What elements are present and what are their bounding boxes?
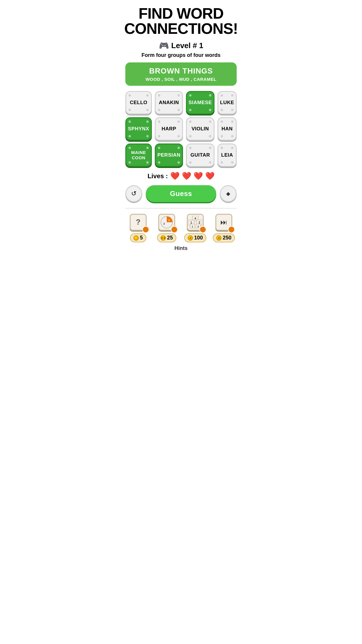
hint-stack-badge	[199, 226, 206, 233]
hint-pie[interactable]: 1 2 ★ 25	[154, 213, 180, 242]
hint-question-icon: ?	[129, 213, 148, 232]
erase-button[interactable]: ◆	[220, 185, 237, 202]
hint-play-icon: ⏭	[215, 213, 233, 232]
heart-1: ❤️	[170, 172, 180, 181]
heart-2: ❤️	[182, 172, 191, 181]
tile-leia[interactable]: LEIA	[217, 144, 237, 167]
coin-icon-4: ★	[216, 235, 222, 241]
main-title: FIND WORD CONNECTIONS!	[124, 6, 238, 36]
pie-svg: 1 2	[160, 216, 173, 229]
tile-maine-coon[interactable]: MAINE COON	[125, 144, 152, 167]
coin-icon-1	[133, 235, 139, 241]
subtitle: Form four groups of four words	[142, 52, 221, 58]
erase-icon: ◆	[226, 190, 230, 197]
svg-text:4: 4	[194, 217, 196, 220]
hint-question[interactable]: ? 5	[125, 213, 151, 242]
hint-1-cost: 5	[130, 233, 146, 242]
tile-cello[interactable]: CELLO	[125, 91, 152, 114]
tile-siamese[interactable]: SIAMESE	[186, 91, 215, 114]
hint-2-cost: ★ 25	[157, 233, 176, 242]
lives-label: Lives :	[147, 172, 168, 180]
hint-stack-icon: 4 1 3 1	[186, 213, 205, 232]
tile-anakin[interactable]: ANAKIN	[155, 91, 183, 114]
question-mark-icon: ?	[136, 218, 140, 227]
hint-2-cost-value: 25	[167, 235, 173, 241]
hint-3-cost-value: 100	[194, 235, 203, 241]
tile-sphynx[interactable]: SPHYNX	[125, 117, 152, 141]
svg-text:2: 2	[197, 225, 199, 228]
pie-chart: 1 2	[160, 216, 173, 229]
hint-3-cost: ★ 100	[184, 233, 206, 242]
star-icon: ★	[163, 237, 166, 239]
hint-pie-icon: 1 2	[157, 213, 176, 232]
hint-pie-badge	[171, 226, 178, 233]
tile-han[interactable]: HAN	[217, 117, 237, 141]
heart-4: ❤️	[205, 172, 215, 181]
hint-1-cost-value: 5	[140, 235, 143, 241]
tile-guitar[interactable]: GUITAR	[186, 144, 215, 167]
tile-violin[interactable]: VIOLIN	[186, 117, 215, 141]
heart-3: ❤️	[194, 172, 203, 181]
svg-text:1: 1	[191, 225, 193, 228]
tile-persian[interactable]: PERSIAN	[155, 144, 183, 167]
coin-icon-2: ★	[161, 235, 166, 241]
hints-grid: ? 5	[125, 213, 237, 242]
level-icon: 🎮	[159, 41, 169, 50]
shuffle-button[interactable]: ↺	[125, 185, 142, 202]
lives-row: Lives : ❤️ ❤️ ❤️ ❤️	[147, 172, 215, 181]
stack-visual: 4 1 3 1	[188, 216, 202, 229]
tile-harp[interactable]: HARP	[155, 117, 183, 141]
level-row: 🎮 Level # 1	[159, 41, 203, 50]
hints-label: Hints	[125, 245, 237, 251]
level-label: Level # 1	[171, 41, 203, 50]
word-grid: CELLO ANAKIN SIAMESE LUKE	[125, 91, 237, 167]
coin-3-star-icon: ★	[189, 237, 191, 239]
guess-button[interactable]: Guess	[146, 185, 216, 202]
hint-play-badge	[228, 226, 235, 233]
shuffle-icon: ↺	[131, 190, 136, 197]
hint-q-badge	[142, 226, 149, 233]
stack-svg: 4 1 3 1	[188, 216, 202, 229]
action-row: ↺ Guess ◆	[125, 185, 237, 202]
solved-banner: BROWN THINGS WOOD , SOIL , MUD , CARAMEL	[125, 62, 237, 86]
hint-4-cost-value: 250	[223, 235, 231, 241]
solved-banner-title: BROWN THINGS	[131, 66, 231, 76]
svg-text:2: 2	[163, 222, 165, 225]
play-icon: ⏭	[220, 218, 227, 226]
coin-4-star-icon: ★	[218, 237, 220, 239]
coin-icon-3: ★	[188, 235, 193, 241]
tile-luke[interactable]: LUKE	[217, 91, 237, 114]
hint-4-cost: ★ 250	[213, 233, 235, 242]
app-container: FIND WORD CONNECTIONS! 🎮 Level # 1 Form …	[121, 0, 241, 254]
hints-section: ? 5	[125, 208, 237, 251]
svg-text:1: 1	[168, 219, 170, 222]
solved-banner-words: WOOD , SOIL , MUD , CARAMEL	[131, 77, 231, 82]
hint-play[interactable]: ⏭ ★ 250	[211, 213, 237, 242]
hint-stack[interactable]: 4 1 3 1	[182, 213, 208, 242]
